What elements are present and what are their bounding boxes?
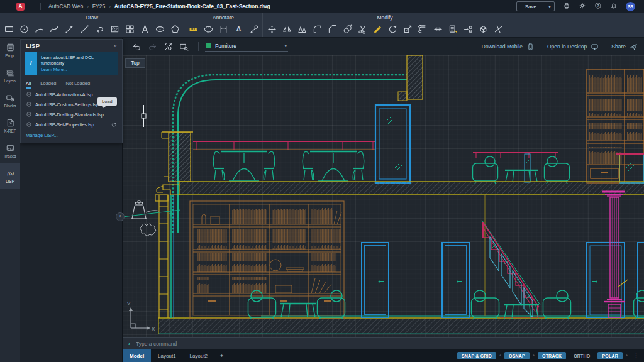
breadcrumb-item-autocad-web[interactable]: AutoCAD Web [48, 3, 83, 9]
lisp-tab-loaded[interactable]: Loaded [40, 79, 56, 89]
panel-resize-grip[interactable]: ‹ [116, 212, 125, 221]
offset-icon [418, 24, 428, 35]
lisp-file-row[interactable]: AutoLISP-Drafting-Standards.lsp [21, 109, 122, 119]
load-lisp-button[interactable] [111, 119, 117, 130]
notifications-button[interactable] [610, 2, 618, 11]
layout-tab-model[interactable]: Model [123, 349, 151, 362]
caret-up-icon[interactable]: ^ [533, 354, 535, 358]
lisp-tab-all[interactable]: All [26, 79, 31, 89]
sidebar-item-prop[interactable]: Prop. [0, 38, 20, 63]
manage-lisp-link[interactable]: Manage LISP... [21, 129, 122, 143]
redo-button[interactable] [145, 40, 160, 53]
lisp-tab-not-loaded[interactable]: Not Loaded [65, 79, 90, 89]
trim-tool[interactable] [355, 21, 370, 36]
sidebar-item-x-ref[interactable]: X-REF [0, 113, 20, 138]
toggle-osnap[interactable]: OSNAP [504, 352, 530, 359]
toggle-ortho[interactable]: ORTHO [569, 352, 594, 359]
print-button[interactable] [563, 2, 570, 11]
zoom-window-button[interactable] [176, 40, 192, 53]
crosshair-cursor [123, 105, 152, 127]
bottom-bar: ModelLayout1Layout2 + SNAP & GRID^OSNAP^… [123, 349, 644, 362]
caret-up-icon[interactable]: ^ [499, 354, 501, 358]
breadcrumb-item-autocad-fy25-fire-station-book[interactable]: AutoCAD-FY25_Fire-Station-Book-Cafe_03_E… [114, 3, 270, 9]
chamfer-tool[interactable] [325, 21, 340, 36]
block-icon [125, 24, 135, 35]
lisp-icon: ƒ(x) [6, 168, 15, 178]
panel-sidebar: Prop.LayersBlocksX-REFTracesƒ(x)LISP [0, 38, 20, 362]
rotate-tool[interactable] [385, 21, 400, 36]
chevron-down-icon: ▾ [284, 43, 287, 48]
revision-cloud-tool[interactable] [201, 21, 216, 36]
zoom-extents-button[interactable] [160, 40, 176, 53]
command-input[interactable] [135, 340, 638, 348]
settings-button[interactable] [579, 2, 586, 11]
line-tool[interactable] [77, 21, 92, 36]
ellipse-tool[interactable] [152, 21, 167, 36]
status-overflow-menu[interactable]: ⋮ [633, 353, 639, 359]
array-tool[interactable] [460, 21, 475, 36]
download-mobile-button[interactable]: Download Mobile [482, 43, 535, 51]
sidebar-item-traces[interactable]: Traces [0, 138, 20, 163]
lisp-file-row[interactable]: AutoLISP-Set-Properties.lsp [21, 119, 122, 129]
stretch-tool[interactable] [430, 21, 445, 36]
ribbon-group-draw: Draw [0, 13, 184, 37]
collapse-panel-icon[interactable]: « [114, 43, 117, 49]
sidebar-item-lisp[interactable]: ƒ(x)LISP [0, 163, 20, 189]
spline-tool[interactable] [47, 21, 62, 36]
hatch-tool[interactable] [107, 21, 122, 36]
align-tool[interactable] [294, 21, 309, 36]
explode-tool[interactable] [475, 21, 491, 36]
open-in-desktop-button[interactable]: Open in Desktop [547, 43, 599, 51]
scale-tool[interactable] [400, 21, 415, 36]
share-button[interactable]: Share [611, 43, 638, 51]
lisp-file-name: AutoLISP-Custom-Settings.lsp [35, 102, 99, 107]
move-tool[interactable] [264, 21, 279, 36]
dimension-linear-tool[interactable] [216, 21, 231, 36]
sidebar-item-blocks[interactable]: Blocks [0, 88, 20, 113]
view-cube-label[interactable]: Top [125, 58, 145, 68]
undo-button[interactable] [129, 40, 145, 53]
block-tool[interactable] [122, 21, 137, 36]
drawing-canvas[interactable]: Top [123, 55, 644, 337]
save-split-button[interactable]: Save ▾ [516, 1, 555, 11]
copy-tool[interactable] [340, 21, 355, 36]
match-properties-tool[interactable] [445, 21, 460, 36]
avatar[interactable]: SS [626, 2, 635, 11]
extend-tool[interactable] [491, 21, 506, 36]
lisp-file-name: AutoLISP-Drafting-Standards.lsp [35, 112, 104, 118]
mirror-tool[interactable] [279, 21, 294, 36]
save-button[interactable]: Save [517, 2, 545, 11]
fillet-icon [312, 24, 323, 35]
trim-icon [357, 24, 368, 35]
polyline-tool[interactable] [92, 21, 107, 36]
learn-more-link[interactable]: Learn More... [41, 67, 114, 72]
toggle-otrack[interactable]: OTRACK [538, 352, 566, 359]
dimension-tool[interactable] [186, 21, 201, 36]
breadcrumb-item-fy25[interactable]: FY25 [92, 3, 105, 9]
offset-tool[interactable] [415, 21, 430, 36]
save-menu-caret[interactable]: ▾ [545, 2, 554, 11]
leader-tool[interactable] [246, 21, 261, 36]
help-button[interactable]: ? [594, 2, 602, 11]
text-tool[interactable]: A [231, 21, 246, 36]
ray-tool[interactable] [62, 21, 77, 36]
add-layout-button[interactable]: + [214, 353, 229, 359]
fillet-tool[interactable] [309, 21, 325, 36]
polygon-tool[interactable] [167, 21, 182, 36]
layout-tab-layout2[interactable]: Layout2 [183, 349, 214, 362]
sidebar-item-layers[interactable]: Layers [0, 63, 20, 88]
layout-tab-layout1[interactable]: Layout1 [151, 349, 182, 362]
caret-up-icon[interactable]: ^ [626, 354, 628, 358]
edit-pencil-tool[interactable] [370, 21, 385, 36]
bookshelf-upper [587, 69, 644, 183]
command-bar: › [123, 337, 644, 349]
layer-dropdown[interactable]: Furniture ▾ [205, 41, 288, 52]
toggle-polar[interactable]: POLAR [597, 352, 623, 359]
rectangle-tool[interactable] [1, 21, 16, 36]
autocad-logo-icon[interactable]: A [16, 3, 25, 11]
arc-tool[interactable] [31, 21, 47, 36]
angle-tool[interactable] [137, 21, 152, 36]
toggle-snap-grid[interactable]: SNAP & GRID [457, 352, 496, 359]
circle-tool[interactable] [16, 21, 31, 36]
svg-text:ƒ(x): ƒ(x) [7, 171, 14, 176]
